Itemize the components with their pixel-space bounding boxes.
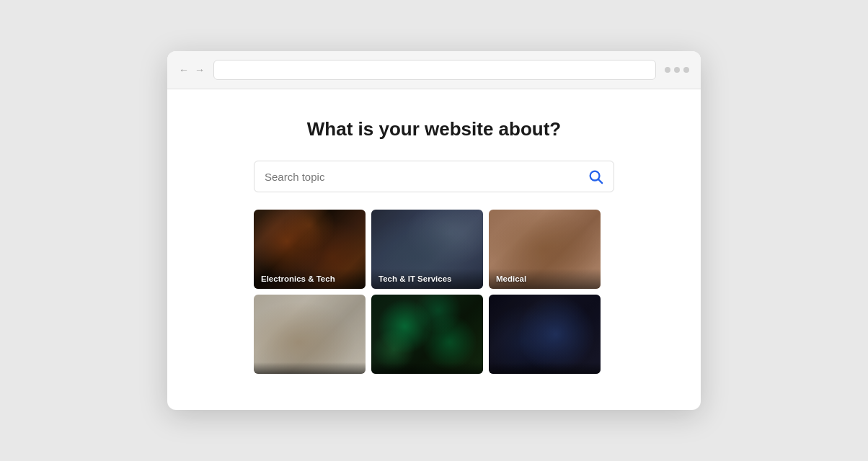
card-label-medical: Medical [489,269,601,289]
search-bar [254,161,614,192]
forward-arrow[interactable]: → [195,64,205,76]
browser-dot-3 [683,67,689,73]
browser-toolbar: ← → [167,51,701,89]
page-content: What is your website about? Electronics … [167,89,701,410]
category-card-tech-it[interactable]: Tech & IT Services [371,210,483,289]
card-label-electronics: Electronics & Tech [254,269,366,289]
category-card-medical[interactable]: Medical [489,210,601,289]
category-card-laptop[interactable] [254,295,366,374]
browser-dot-2 [674,67,680,73]
card-label-tech: Tech & IT Services [371,269,483,289]
category-card-phone[interactable] [489,295,601,374]
browser-dots [665,67,689,73]
nav-buttons: ← → [179,64,205,76]
svg-line-1 [598,179,602,183]
category-card-electronics-tech[interactable]: Electronics & Tech [254,210,366,289]
back-arrow[interactable]: ← [179,64,189,76]
category-grid: Electronics & Tech Tech & IT Services Me… [254,210,614,374]
card-label-lights [371,362,483,374]
category-card-lights[interactable] [371,295,483,374]
page-title: What is your website about? [307,118,561,140]
card-label-laptop [254,362,366,374]
card-label-phone [489,362,601,374]
search-button[interactable] [588,169,603,184]
search-icon [588,169,603,184]
browser-dot-1 [665,67,670,73]
address-bar[interactable] [213,60,656,80]
browser-window: ← → What is your website about? [167,51,701,410]
search-input[interactable] [265,171,588,183]
